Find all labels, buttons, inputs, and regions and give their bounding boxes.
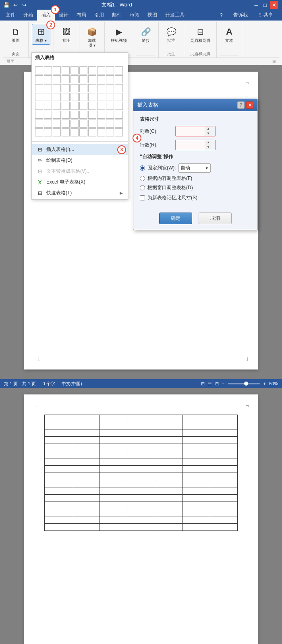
grid-cell[interactable] [53,128,61,136]
grid-cell[interactable] [35,120,43,128]
tab-references[interactable]: 引用 [90,10,108,21]
table-cell[interactable] [100,429,127,437]
grid-cell[interactable] [79,111,87,119]
table-cell[interactable] [72,458,100,466]
video-button[interactable]: ▶ 联机视频 [108,24,130,45]
grid-cell[interactable] [44,102,52,110]
table-cell[interactable] [100,495,127,502]
grid-cell[interactable] [62,75,70,83]
table-cell[interactable] [45,495,72,502]
table-cell[interactable] [72,451,100,458]
cancel-button[interactable]: 取消 [199,213,232,224]
table-cell[interactable] [155,437,182,444]
zoom-slider[interactable] [228,383,260,384]
grid-cell[interactable] [44,93,52,101]
grid-cell[interactable] [62,93,70,101]
grid-cell[interactable] [88,66,96,74]
content-adjust-radio[interactable] [140,176,145,181]
table-cell[interactable] [155,444,182,451]
table-cell[interactable] [155,502,182,509]
grid-cell[interactable] [35,75,43,83]
table-cell[interactable] [155,429,182,437]
table-cell[interactable] [182,415,210,422]
grid-cell[interactable] [53,75,61,83]
table-cell[interactable] [45,466,72,473]
grid-cell[interactable] [62,102,70,110]
grid-cell[interactable] [115,111,123,119]
table-cell[interactable] [100,516,127,524]
table-cell[interactable] [210,437,237,444]
grid-cell[interactable] [106,120,114,128]
grid-cell[interactable] [70,66,79,74]
table-cell[interactable] [210,458,237,466]
table-cell[interactable] [45,480,72,487]
grid-cell[interactable] [70,75,79,83]
grid-cell[interactable] [97,75,105,83]
excel-table-menu-item[interactable]: X Excel 电子表格(X) [32,177,128,188]
grid-cell[interactable] [70,128,79,136]
convert-text-menu-item[interactable]: ⊟ 文本转换成表格(V)... [32,166,128,177]
table-cell[interactable] [182,502,210,509]
table-cell[interactable] [72,473,100,480]
table-cell[interactable] [72,444,100,451]
dialog-help-btn[interactable]: ? [237,101,245,109]
table-cell[interactable] [127,516,155,524]
table-cell[interactable] [210,473,237,480]
zoom-out-icon[interactable]: − [222,381,224,386]
grid-cell[interactable] [62,128,70,136]
table-cell[interactable] [155,473,182,480]
table-cell[interactable] [210,429,237,437]
grid-cell[interactable] [79,128,87,136]
grid-cell[interactable] [97,93,105,101]
grid-cell[interactable] [53,66,61,74]
table-cell[interactable] [127,451,155,458]
table-cell[interactable] [100,473,127,480]
table-cell[interactable] [100,487,127,495]
table-cell[interactable] [210,509,237,516]
grid-cell[interactable] [62,66,70,74]
table-cell[interactable] [72,495,100,502]
table-cell[interactable] [72,524,100,531]
grid-cell[interactable] [35,93,43,101]
table-cell[interactable] [182,422,210,429]
table-cell[interactable] [182,444,210,451]
text-button[interactable]: A 文本 [220,24,238,45]
table-cell[interactable] [72,437,100,444]
undo-btn[interactable]: ↩ [11,1,19,9]
grid-cell[interactable] [44,75,52,83]
tab-layout[interactable]: 布局 [73,10,90,21]
tab-home[interactable]: 开始 [19,10,37,21]
tab-file[interactable]: 文件 [2,10,19,21]
table-cell[interactable] [155,415,182,422]
grid-cell[interactable] [106,102,114,110]
grid-cell[interactable] [79,84,87,92]
grid-cell[interactable] [70,120,79,128]
grid-cell[interactable] [88,120,96,128]
grid-cell[interactable] [70,111,79,119]
grid-cell[interactable] [44,66,52,74]
grid-cell[interactable] [35,102,43,110]
close-btn[interactable]: ✕ [270,1,278,9]
table-cell[interactable] [127,422,155,429]
table-cell[interactable] [210,480,237,487]
table-cell[interactable] [210,524,237,531]
table-cell[interactable] [100,437,127,444]
table-cell[interactable] [127,429,155,437]
table-cell[interactable] [45,502,72,509]
table-cell[interactable] [100,524,127,531]
grid-cell[interactable] [44,120,52,128]
table-cell[interactable] [72,466,100,473]
grid-cell[interactable] [62,120,70,128]
grid-cell[interactable] [35,84,43,92]
table-cell[interactable] [72,415,100,422]
grid-cell[interactable] [70,93,79,101]
table-cell[interactable] [210,422,237,429]
table-cell[interactable] [182,458,210,466]
table-cell[interactable] [127,437,155,444]
grid-cell[interactable] [79,66,87,74]
table-cell[interactable] [72,516,100,524]
share-btn[interactable]: ⇪ 共享 [254,10,277,21]
grid-cell[interactable] [53,111,61,119]
table-cell[interactable] [182,473,210,480]
table-cell[interactable] [45,437,72,444]
